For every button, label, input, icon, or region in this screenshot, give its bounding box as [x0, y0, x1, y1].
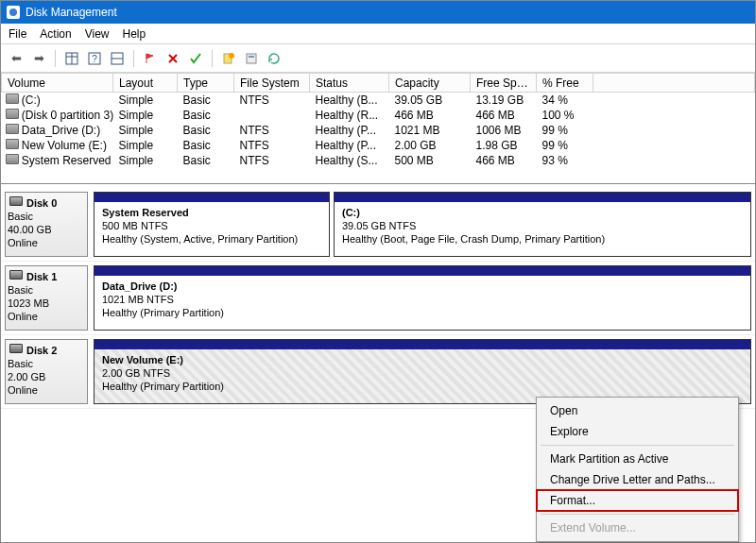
check-icon[interactable]	[186, 49, 205, 68]
partition-e[interactable]: New Volume (E:)2.00 GB NTFSHealthy (Prim…	[94, 339, 751, 404]
volumes-grid: Volume Layout Type File System Status Ca…	[1, 73, 755, 184]
toolbar-divider	[212, 50, 213, 67]
new-icon[interactable]	[219, 49, 238, 68]
stripe	[94, 193, 329, 202]
drive-icon	[6, 139, 19, 149]
disk-icon	[9, 270, 23, 280]
disk-icon	[9, 196, 23, 206]
grid-icon[interactable]	[62, 49, 81, 68]
ctx-explore[interactable]: Explore	[537, 421, 738, 442]
col-fs[interactable]: File System	[234, 74, 310, 93]
stripe	[335, 193, 750, 202]
disk-map: Disk 0 Basic 40.00 GB Online System Rese…	[1, 184, 755, 409]
layout-icon[interactable]	[108, 49, 127, 68]
toolbar-divider	[133, 50, 134, 67]
menu-action[interactable]: Action	[40, 27, 71, 41]
volumes-body: (C:)SimpleBasicNTFSHealthy (B...39.05 GB…	[2, 93, 755, 184]
ctx-extend[interactable]: Extend Volume...	[537, 518, 738, 538]
col-status[interactable]: Status	[310, 74, 389, 93]
disk-row-0: Disk 0 Basic 40.00 GB Online System Rese…	[1, 188, 755, 262]
disk-info[interactable]: Disk 0 Basic 40.00 GB Online	[5, 192, 88, 257]
stripe	[94, 340, 750, 349]
drive-icon	[6, 124, 19, 134]
col-type[interactable]: Type	[178, 74, 234, 93]
partition-system-reserved[interactable]: System Reserved500 MB NTFSHealthy (Syste…	[94, 192, 330, 257]
toolbar-divider	[55, 50, 56, 67]
menu-view[interactable]: View	[85, 27, 110, 41]
flag-icon[interactable]	[141, 49, 160, 68]
svg-rect-9	[247, 54, 256, 63]
refresh-icon[interactable]	[265, 49, 284, 68]
menu-file[interactable]: File	[9, 27, 26, 41]
disk-row-1: Disk 1 Basic 1023 MB Online Data_Drive (…	[1, 262, 755, 335]
properties-icon[interactable]	[242, 49, 261, 68]
col-layout[interactable]: Layout	[113, 74, 178, 93]
table-row[interactable]: Data_Drive (D:)SimpleBasicNTFSHealthy (P…	[2, 123, 755, 138]
col-free[interactable]: Free Spa...	[471, 74, 537, 93]
ctx-mark-active[interactable]: Mark Partition as Active	[537, 449, 738, 469]
svg-text:?: ?	[92, 54, 97, 64]
stripe	[94, 266, 750, 276]
disk-info[interactable]: Disk 2 Basic 2.00 GB Online	[5, 339, 88, 404]
col-pct[interactable]: % Free	[537, 74, 593, 93]
back-icon[interactable]: ⬅	[7, 49, 26, 68]
window-title: Disk Management	[26, 6, 117, 19]
svg-rect-10	[249, 56, 254, 58]
drive-icon	[6, 154, 19, 164]
delete-icon[interactable]	[163, 49, 182, 68]
table-row[interactable]: (Disk 0 partition 3)SimpleBasicHealthy (…	[2, 108, 755, 123]
ctx-change-drive-letter[interactable]: Change Drive Letter and Paths...	[537, 469, 738, 490]
drive-icon	[6, 93, 19, 104]
disk-info[interactable]: Disk 1 Basic 1023 MB Online	[5, 265, 88, 331]
ctx-divider	[541, 445, 734, 446]
forward-icon[interactable]: ➡	[29, 49, 48, 68]
toolbar: ⬅ ➡ ?	[1, 44, 755, 73]
table-row[interactable]: (C:)SimpleBasicNTFSHealthy (B...39.05 GB…	[2, 93, 755, 109]
table-row[interactable]: New Volume (E:)SimpleBasicNTFSHealthy (P…	[2, 138, 755, 153]
titlebar: Disk Management	[1, 1, 755, 24]
partition-c[interactable]: (C:)39.05 GB NTFSHealthy (Boot, Page Fil…	[334, 192, 751, 257]
app-icon	[7, 6, 20, 19]
column-headers[interactable]: Volume Layout Type File System Status Ca…	[2, 74, 755, 93]
ctx-format[interactable]: Format...	[537, 490, 738, 511]
col-capacity[interactable]: Capacity	[389, 74, 471, 93]
context-menu: Open Explore Mark Partition as Active Ch…	[536, 397, 739, 542]
help-icon[interactable]: ?	[85, 49, 104, 68]
ctx-open[interactable]: Open	[537, 400, 738, 421]
svg-point-8	[229, 53, 234, 59]
ctx-divider	[541, 514, 734, 515]
drive-icon	[6, 109, 19, 119]
col-volume[interactable]: Volume	[2, 74, 113, 93]
menubar: File Action View Help	[1, 24, 755, 44]
partition-d[interactable]: Data_Drive (D:)1021 MB NTFSHealthy (Prim…	[94, 265, 751, 331]
menu-help[interactable]: Help	[123, 27, 146, 41]
disk-icon	[9, 344, 23, 353]
table-row[interactable]: System ReservedSimpleBasicNTFSHealthy (S…	[2, 153, 755, 168]
